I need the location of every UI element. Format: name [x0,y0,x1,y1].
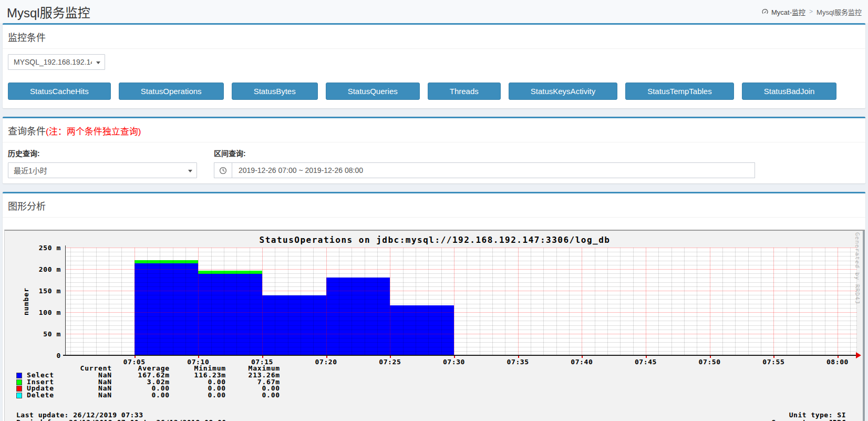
metric-button-StatusBadJoin[interactable]: StatusBadJoin [742,83,837,100]
gridline-major-v [838,248,838,355]
history-range-value: 最近1小时 [14,165,47,176]
chart-bar-select [135,263,199,355]
gridline-minor-h [65,265,857,265]
gridline-minor-v [480,248,480,355]
chart-y-tick-label: 0 [21,352,61,360]
gridline-minor-v [569,248,570,355]
graph-panel-title: 图形分析 [8,201,46,212]
legend-value: 0.00 [112,392,170,399]
gridline-minor-v [825,248,825,355]
gridline-minor-v [595,248,595,355]
gridline-minor-v [620,248,621,355]
gridline-major-v [646,248,646,355]
history-range-select[interactable]: 最近1小时 [8,162,197,178]
gridline-major-v [773,248,774,355]
gridline-minor-h [65,299,857,300]
gridline-minor-v [556,248,557,355]
metric-button-StatusQueries[interactable]: StatusQueries [326,83,420,100]
gridline-minor-v [607,248,608,355]
monitor-conditions-panel: 监控条件 MYSQL_192.168.192.147 StatusCacheHi… [3,23,865,108]
chart-y-tick-label: 100 m [21,309,61,316]
chart-plot-area [65,248,857,355]
chart-footer-line: Unit type: SI [771,412,846,419]
chart-x-tick-label: 07:20 [305,358,347,366]
metric-button-StatusKeysActivity[interactable]: StatusKeysActivity [509,83,617,100]
gridline-minor-h [65,261,857,261]
gridline-right-edge [856,248,857,355]
gridline-minor-v [313,248,314,355]
gridline-minor-v [173,248,173,355]
gridline-minor-h [65,286,857,287]
chart-x-tickmark [838,356,839,358]
breadcrumb-separator: > [809,8,813,15]
gridline-major-v [198,248,199,355]
chart-footer-line: Last update: 26/12/2019 07:33 [16,412,226,419]
query-panel-note: (注：两个条件独立查询) [46,127,141,137]
chart-x-tickmark [390,356,391,358]
gridline-major-v [262,248,263,355]
metric-button-StatusCacheHits[interactable]: StatusCacheHits [8,83,111,100]
gridline-major-v [710,248,710,355]
gridline-minor-v [735,248,736,355]
gridline-minor-v [531,248,531,355]
gridline-minor-v [275,248,275,355]
content-header: Mysql服务监控 Mycat-监控 > Mysql服务监控 [0,0,868,23]
breadcrumb-root-link[interactable]: Mycat-监控 [761,7,805,17]
legend-row-update: UpdateNaN0.000.000.00 [16,385,280,392]
gridline-minor-h [65,342,857,343]
gridline-minor-v [377,248,378,355]
metric-button-Threads[interactable]: Threads [428,83,501,100]
gridline-minor-h [65,330,857,330]
gridline-minor-v [697,248,697,355]
gridline-minor-v [812,248,812,355]
graph-panel-body: StatusOperations on jdbc:mysql://192.168… [3,218,865,421]
metric-button-StatusBytes[interactable]: StatusBytes [232,83,318,100]
chart-y-tick-label: 250 m [21,244,61,252]
gridline-minor-h [65,338,857,338]
gridline-major-v [454,248,454,355]
chart-x-axis [63,355,858,356]
gridline-minor-v [147,248,148,355]
chart-footer-line: Source type: JDBC [771,419,846,421]
legend-value: NaN [66,392,112,399]
gridline-minor-v [352,248,352,355]
gridline-major-h [65,269,857,270]
gridline-minor-v [633,248,634,355]
monitor-panel-body: MYSQL_192.168.192.147 StatusCacheHitsSta… [3,49,865,108]
chevron-down-icon [96,61,100,64]
chart-x-tickmark [326,356,327,358]
gridline-minor-v [543,248,544,355]
chart-y-tick-label: 200 m [21,265,61,273]
chart-footer: Last update: 26/12/2019 07:33Period from… [16,412,846,421]
gridline-major-h [65,291,857,291]
legend-value: 0.00 [170,392,226,399]
legend-swatch-update [16,385,27,392]
chart-x-tick-label: 07:40 [561,358,603,366]
gridline-major-v [518,248,519,355]
chart-x-tick-label: 07:55 [752,358,794,366]
breadcrumb: Mycat-监控 > Mysql服务监控 [761,7,862,17]
gridline-minor-v [416,248,416,355]
metric-button-StatusTempTables[interactable]: StatusTempTables [625,83,734,100]
gridline-minor-h [65,295,857,295]
metric-button-StatusOperations[interactable]: StatusOperations [119,83,224,100]
query-panel-header: 查询条件(注：两个条件独立查询) [3,118,865,142]
gridline-major-v [582,248,582,355]
chart-x-tickmark [582,356,583,358]
legend-row-delete: DeleteNaN0.000.000.00 [16,392,280,399]
legend-value: 0.00 [226,392,280,399]
chart-legend: CurrentAverageMinimumMaximumSelectNaN167… [16,365,280,399]
dashboard-icon [761,8,769,15]
chart-scrollbar[interactable] [863,231,865,421]
legend-swatch-insert [16,379,27,386]
chart-x-tick-label: 07:30 [433,358,475,366]
gridline-minor-h [65,278,857,278]
gridline-minor-v [722,248,723,355]
gridline-minor-v [671,248,672,355]
chart-footer-left: Last update: 26/12/2019 07:33Period from… [16,412,226,421]
gridline-minor-v [684,248,685,355]
gridline-minor-h [65,252,857,252]
datetime-range-input[interactable] [232,162,755,178]
gridline-minor-v [850,248,851,355]
server-select[interactable]: MYSQL_192.168.192.147 [8,54,105,70]
